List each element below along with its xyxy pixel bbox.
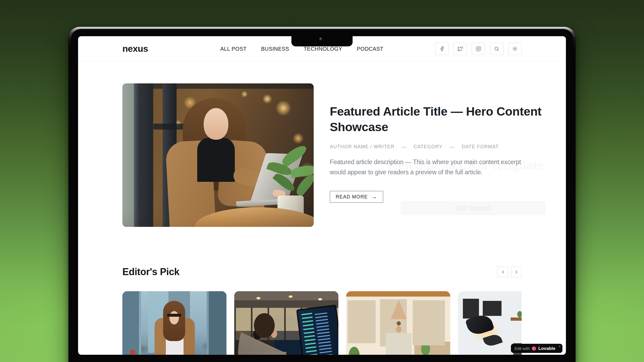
- site-logo[interactable]: nexus: [122, 43, 148, 54]
- read-more-button[interactable]: READ MORE →: [330, 191, 383, 203]
- author-label[interactable]: AUTHOR NAME / WRITER: [330, 144, 394, 150]
- category-label[interactable]: CATEGORY: [414, 144, 442, 150]
- featured-article-title: Featured Article Title — Hero Content Sh…: [330, 104, 542, 135]
- pick-card-yoga[interactable]: [346, 291, 450, 355]
- close-icon[interactable]: ×: [558, 345, 561, 348]
- edit-with-label: Edit with: [515, 346, 530, 351]
- editors-pick-carousel: [122, 291, 522, 355]
- lovable-heart-icon: [532, 346, 536, 350]
- arrow-right-icon: →: [371, 194, 377, 200]
- laptop-notch: [291, 36, 353, 46]
- photo-vignette: [122, 83, 314, 227]
- pick-card-street-fashion[interactable]: [122, 291, 226, 355]
- social-bar: [435, 43, 522, 55]
- card-photo-developer: [234, 291, 338, 355]
- desktop-wallpaper: nexus ALL POST BUSINESS TECHNOLOGY PODCA…: [0, 0, 644, 362]
- pick-card-developer[interactable]: [234, 291, 338, 355]
- read-more-label: READ MORE: [336, 194, 368, 200]
- editors-pick-heading: Editor's Pick: [122, 266, 180, 278]
- chevron-left-icon: [501, 270, 505, 274]
- search-icon: [494, 46, 499, 51]
- featured-article-description: Featured article description — This is w…: [330, 157, 528, 177]
- laptop-mockup: nexus ALL POST BUSINESS TECHNOLOGY PODCA…: [68, 27, 576, 362]
- date-label: DATE FORMAT: [462, 144, 499, 150]
- twitter-button[interactable]: [453, 43, 467, 55]
- meta-separator: —: [401, 144, 407, 150]
- ghost-watermark-button: Get Started: [401, 201, 546, 215]
- facebook-button[interactable]: [435, 43, 449, 55]
- browser-viewport: nexus ALL POST BUSINESS TECHNOLOGY PODCA…: [78, 36, 566, 355]
- sun-icon: [512, 46, 518, 51]
- search-button[interactable]: [490, 43, 503, 55]
- nav-item-business[interactable]: BUSINESS: [261, 46, 289, 52]
- theme-toggle-button[interactable]: [508, 43, 522, 55]
- editors-pick-header: Editor's Pick: [122, 266, 522, 278]
- twitter-icon: [458, 46, 463, 51]
- meta-separator: —: [449, 144, 455, 150]
- instagram-icon: [476, 46, 481, 51]
- laptop-bezel: nexus ALL POST BUSINESS TECHNOLOGY PODCA…: [71, 29, 573, 362]
- chevron-right-icon: [514, 270, 519, 274]
- card-photo-street-fashion: [122, 291, 226, 355]
- nav-item-technology[interactable]: TECHNOLOGY: [303, 46, 342, 52]
- facebook-icon: [439, 46, 445, 51]
- lovable-brand-label: Lovable: [538, 346, 555, 351]
- webcam-icon: [319, 38, 322, 40]
- card-photo-yoga: [346, 291, 450, 355]
- carousel-next-button[interactable]: [511, 267, 522, 277]
- ghost-button-label: Get Started: [456, 204, 490, 212]
- carousel-controls: [497, 267, 522, 277]
- carousel-prev-button[interactable]: [497, 267, 508, 277]
- nav-item-podcast[interactable]: PODCAST: [357, 46, 383, 52]
- featured-article-image[interactable]: [122, 83, 314, 227]
- nav-item-all-post[interactable]: ALL POST: [220, 46, 247, 52]
- featured-article-meta: AUTHOR NAME / WRITER — CATEGORY — DATE F…: [330, 144, 499, 150]
- instagram-button[interactable]: [472, 43, 485, 55]
- lovable-badge[interactable]: Edit with Lovable ×: [511, 344, 562, 353]
